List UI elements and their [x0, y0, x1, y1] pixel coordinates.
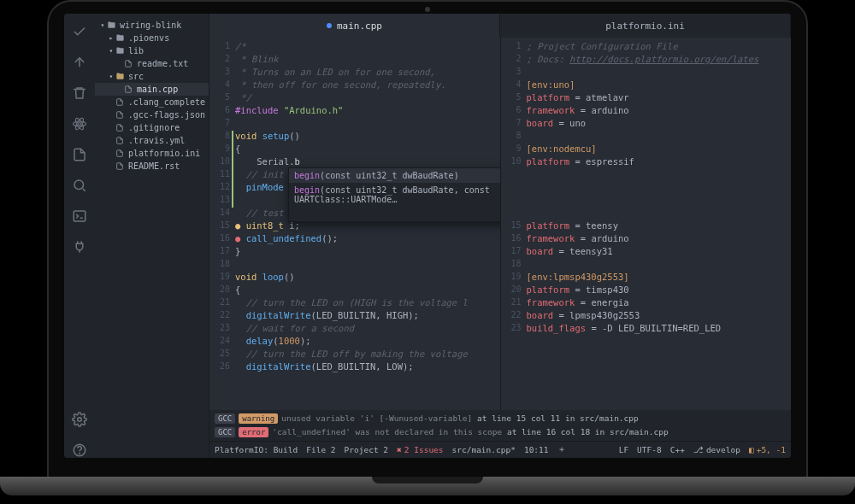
svg-point-0 [79, 123, 81, 126]
diagnostic-warning[interactable]: GCCwarningunused variable 'i' [-Wunused-… [215, 412, 786, 425]
camera-dot [425, 7, 430, 12]
status-branch[interactable]: ⎇ develop [693, 445, 740, 454]
tree-item--clang_complete[interactable]: .clang_complete [95, 96, 209, 108]
status-cursor[interactable]: 10:11 [524, 445, 549, 454]
status-bar: PlatformIO: Build File 2 Project 2 ✖ 2 I… [209, 441, 791, 458]
tree-item-src[interactable]: ▾src [95, 70, 209, 83]
left-editor-pane[interactable]: 1234567891011121314151617181920212223242… [209, 38, 501, 410]
status-encoding[interactable]: UTF-8 [637, 445, 662, 454]
tree-item--gitignore[interactable]: .gitignore [95, 121, 209, 134]
terminal-icon[interactable] [72, 208, 87, 224]
diagnostic-error[interactable]: GCCerror'call_undefined' was not declare… [215, 425, 786, 439]
gear-icon[interactable] [72, 412, 87, 427]
status-lf[interactable]: LF [619, 445, 628, 454]
svg-point-1 [74, 121, 86, 126]
status-file[interactable]: File 2 [306, 445, 335, 454]
help-icon[interactable] [72, 442, 87, 458]
tree-item-README-rst[interactable]: README.rst [95, 160, 209, 173]
tree-item--travis-yml[interactable]: .travis.yml [95, 134, 209, 147]
laptop-base [0, 477, 855, 495]
search-icon[interactable] [72, 178, 87, 193]
svg-point-4 [74, 180, 84, 190]
atom-icon[interactable] [72, 116, 87, 132]
status-lang[interactable]: C++ [670, 445, 685, 454]
new-file-icon[interactable] [72, 147, 87, 162]
status-path: src/main.cpp* [452, 445, 516, 454]
trash-icon[interactable] [72, 85, 87, 101]
svg-point-6 [78, 418, 82, 422]
status-project[interactable]: Project 2 [345, 445, 388, 454]
editor-tabs: main.cppplatformio.ini [209, 14, 791, 38]
plug-icon[interactable] [72, 239, 87, 255]
tree-item-platformio-ini[interactable]: platformio.ini [95, 147, 209, 160]
autocomplete-popup[interactable]: begin(const uint32_t dwBaudRate)voidbegi… [288, 167, 501, 222]
laptop-shadow [17, 495, 838, 501]
autocomplete-item[interactable]: begin(const uint32_t dwBaudRate)void [289, 168, 501, 183]
tree-item--gcc-flags-json[interactable]: .gcc-flags.json [95, 108, 209, 121]
file-tree[interactable]: ▾wiring-blink▸.pioenvs▾libreadme.txt▾src… [95, 14, 209, 458]
status-git-text: +5, -1 [757, 445, 786, 454]
status-branch-text: develop [706, 445, 740, 454]
modified-dot-icon [327, 23, 332, 28]
autocomplete-item[interactable]: void [289, 207, 501, 221]
tab-label: main.cpp [337, 21, 382, 32]
status-issues[interactable]: ✖ 2 Issues [397, 445, 444, 454]
status-build[interactable]: PlatformIO: Build [215, 445, 298, 454]
editor-screen: ▾wiring-blink▸.pioenvs▾libreadme.txt▾src… [64, 14, 791, 458]
tab-main-cpp[interactable]: main.cpp [209, 14, 500, 38]
tab-platformio-ini[interactable]: platformio.ini [500, 14, 791, 38]
tree-item-readme-txt[interactable]: readme.txt [95, 57, 209, 70]
status-git-diff[interactable]: ◧+5, -1 [749, 445, 786, 454]
status-issues-text: 2 Issues [404, 445, 444, 454]
activity-bar [64, 14, 95, 458]
tab-label: platformio.ini [605, 21, 685, 32]
diagnostics-panel[interactable]: GCCwarningunused variable 'i' [-Wunused-… [209, 410, 791, 441]
autocomplete-item[interactable]: begin(const uint32_t dwBaudRate, const U… [289, 183, 501, 207]
right-editor-pane[interactable]: 12345678910151617181920212223 ; Project … [501, 38, 792, 410]
tree-item-main-cpp[interactable]: main.cpp [95, 83, 209, 96]
check-icon[interactable] [72, 24, 87, 39]
status-plus-icon[interactable]: ＋ [557, 444, 566, 455]
tree-item-lib[interactable]: ▾lib [95, 44, 209, 57]
tree-item--pioenvs[interactable]: ▸.pioenvs [95, 32, 209, 44]
svg-rect-5 [74, 211, 86, 221]
upload-icon[interactable] [72, 55, 87, 70]
laptop-frame: ▾wiring-blink▸.pioenvs▾libreadme.txt▾src… [47, 0, 808, 478]
svg-point-8 [80, 453, 80, 454]
tree-item-wiring-blink[interactable]: ▾wiring-blink [95, 19, 209, 32]
